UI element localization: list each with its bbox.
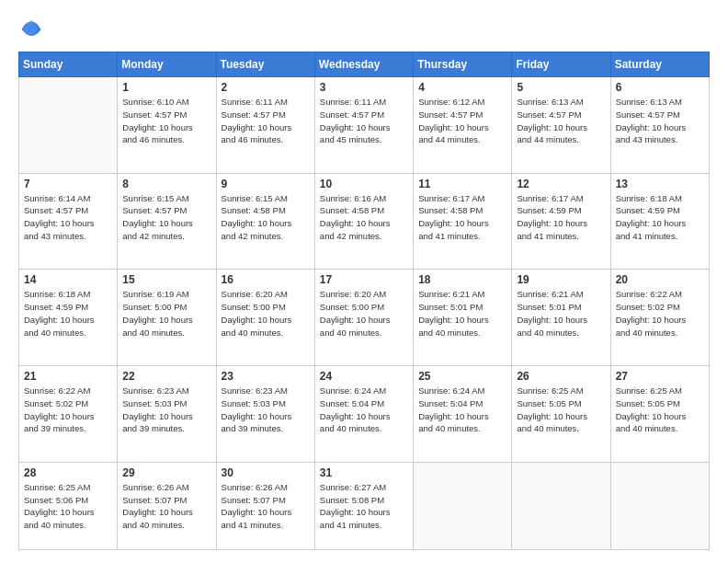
day-number: 29 [122,466,210,479]
day-number: 16 [222,273,310,286]
day-number: 15 [122,273,210,286]
day-number: 22 [122,370,210,383]
day-info: Sunrise: 6:11 AM Sunset: 4:57 PM Dayligh… [222,96,310,146]
day-info: Sunrise: 6:17 AM Sunset: 4:59 PM Dayligh… [517,192,605,243]
day-cell: 22Sunrise: 6:23 AM Sunset: 5:03 PM Dayli… [118,366,216,463]
day-cell: 11Sunrise: 6:17 AM Sunset: 4:58 PM Dayli… [414,173,512,270]
day-cell [512,462,610,549]
day-number: 12 [517,178,605,190]
day-number: 28 [24,466,112,479]
day-number: 4 [418,81,506,94]
day-number: 6 [616,81,704,94]
day-cell: 25Sunrise: 6:24 AM Sunset: 5:04 PM Dayli… [414,366,512,463]
day-cell [610,462,709,549]
day-info: Sunrise: 6:21 AM Sunset: 5:01 PM Dayligh… [517,288,605,339]
page: SundayMondayTuesdayWednesdayThursdayFrid… [0,0,728,563]
day-info: Sunrise: 6:25 AM Sunset: 5:06 PM Dayligh… [24,481,112,532]
day-number: 9 [222,178,310,190]
day-info: Sunrise: 6:14 AM Sunset: 4:57 PM Dayligh… [24,192,112,243]
day-info: Sunrise: 6:24 AM Sunset: 5:04 PM Dayligh… [320,385,408,435]
weekday-header-saturday: Saturday [610,52,709,77]
day-number: 11 [418,178,506,190]
week-row-1: 1Sunrise: 6:10 AM Sunset: 4:57 PM Daylig… [19,77,710,174]
day-info: Sunrise: 6:27 AM Sunset: 5:08 PM Dayligh… [320,481,408,532]
calendar-table: SundayMondayTuesdayWednesdayThursdayFrid… [18,52,710,550]
day-cell: 27Sunrise: 6:25 AM Sunset: 5:05 PM Dayli… [610,366,709,463]
day-cell: 23Sunrise: 6:23 AM Sunset: 5:03 PM Dayli… [216,366,314,463]
day-cell: 21Sunrise: 6:22 AM Sunset: 5:02 PM Dayli… [19,366,118,463]
day-number: 26 [517,370,605,383]
day-cell: 3Sunrise: 6:11 AM Sunset: 4:57 PM Daylig… [314,77,413,174]
day-cell: 9Sunrise: 6:15 AM Sunset: 4:58 PM Daylig… [216,173,314,270]
day-cell: 4Sunrise: 6:12 AM Sunset: 4:57 PM Daylig… [414,77,512,174]
day-number: 20 [616,273,704,286]
day-cell: 24Sunrise: 6:24 AM Sunset: 5:04 PM Dayli… [314,366,413,463]
day-number: 31 [320,466,408,479]
day-info: Sunrise: 6:13 AM Sunset: 4:57 PM Dayligh… [616,96,704,146]
day-number: 3 [320,81,408,94]
day-info: Sunrise: 6:20 AM Sunset: 5:00 PM Dayligh… [320,288,408,339]
day-number: 19 [517,273,605,286]
day-info: Sunrise: 6:22 AM Sunset: 5:02 PM Dayligh… [616,288,704,339]
day-info: Sunrise: 6:24 AM Sunset: 5:04 PM Dayligh… [418,385,506,435]
header [18,17,710,42]
day-info: Sunrise: 6:18 AM Sunset: 4:59 PM Dayligh… [616,192,704,243]
day-cell: 29Sunrise: 6:26 AM Sunset: 5:07 PM Dayli… [118,462,216,549]
day-number: 7 [24,178,112,190]
weekday-header-sunday: Sunday [19,52,118,77]
day-cell [414,462,512,549]
weekday-header-friday: Friday [512,52,610,77]
day-cell: 5Sunrise: 6:13 AM Sunset: 4:57 PM Daylig… [512,77,610,174]
day-cell: 7Sunrise: 6:14 AM Sunset: 4:57 PM Daylig… [19,173,118,270]
day-info: Sunrise: 6:25 AM Sunset: 5:05 PM Dayligh… [517,385,605,435]
day-info: Sunrise: 6:15 AM Sunset: 4:58 PM Dayligh… [222,192,310,243]
day-cell: 19Sunrise: 6:21 AM Sunset: 5:01 PM Dayli… [512,270,610,366]
day-cell: 18Sunrise: 6:21 AM Sunset: 5:01 PM Dayli… [414,270,512,366]
day-number: 8 [122,178,210,190]
weekday-header-tuesday: Tuesday [216,52,314,77]
day-number: 1 [122,81,210,94]
day-cell: 6Sunrise: 6:13 AM Sunset: 4:57 PM Daylig… [610,77,709,174]
day-cell: 10Sunrise: 6:16 AM Sunset: 4:58 PM Dayli… [314,173,413,270]
week-row-5: 28Sunrise: 6:25 AM Sunset: 5:06 PM Dayli… [19,462,710,549]
day-number: 2 [222,81,310,94]
day-cell [19,77,118,174]
weekday-header-wednesday: Wednesday [314,52,413,77]
weekday-header-thursday: Thursday [414,52,512,77]
day-cell: 31Sunrise: 6:27 AM Sunset: 5:08 PM Dayli… [314,462,413,549]
day-number: 17 [320,273,408,286]
day-info: Sunrise: 6:19 AM Sunset: 5:00 PM Dayligh… [122,288,210,339]
day-number: 21 [24,370,112,383]
day-cell: 13Sunrise: 6:18 AM Sunset: 4:59 PM Dayli… [610,173,709,270]
week-row-4: 21Sunrise: 6:22 AM Sunset: 5:02 PM Dayli… [19,366,710,463]
week-row-2: 7Sunrise: 6:14 AM Sunset: 4:57 PM Daylig… [19,173,710,270]
weekday-header-row: SundayMondayTuesdayWednesdayThursdayFrid… [19,52,710,77]
day-cell: 12Sunrise: 6:17 AM Sunset: 4:59 PM Dayli… [512,173,610,270]
day-cell: 28Sunrise: 6:25 AM Sunset: 5:06 PM Dayli… [19,462,118,549]
day-cell: 1Sunrise: 6:10 AM Sunset: 4:57 PM Daylig… [118,77,216,174]
week-row-3: 14Sunrise: 6:18 AM Sunset: 4:59 PM Dayli… [19,270,710,366]
day-info: Sunrise: 6:17 AM Sunset: 4:58 PM Dayligh… [418,192,506,243]
day-number: 13 [616,178,704,190]
day-info: Sunrise: 6:22 AM Sunset: 5:02 PM Dayligh… [24,385,112,435]
day-number: 24 [320,370,408,383]
day-cell: 15Sunrise: 6:19 AM Sunset: 5:00 PM Dayli… [118,270,216,366]
day-info: Sunrise: 6:23 AM Sunset: 5:03 PM Dayligh… [122,385,210,435]
day-number: 27 [616,370,704,383]
day-info: Sunrise: 6:23 AM Sunset: 5:03 PM Dayligh… [222,385,310,435]
day-number: 14 [24,273,112,286]
day-info: Sunrise: 6:20 AM Sunset: 5:00 PM Dayligh… [222,288,310,339]
day-cell: 14Sunrise: 6:18 AM Sunset: 4:59 PM Dayli… [19,270,118,366]
day-info: Sunrise: 6:26 AM Sunset: 5:07 PM Dayligh… [122,481,210,532]
day-cell: 2Sunrise: 6:11 AM Sunset: 4:57 PM Daylig… [216,77,314,174]
day-number: 5 [517,81,605,94]
day-cell: 8Sunrise: 6:15 AM Sunset: 4:57 PM Daylig… [118,173,216,270]
day-info: Sunrise: 6:10 AM Sunset: 4:57 PM Dayligh… [122,96,210,146]
day-info: Sunrise: 6:12 AM Sunset: 4:57 PM Dayligh… [418,96,506,146]
day-number: 30 [222,466,310,479]
day-info: Sunrise: 6:13 AM Sunset: 4:57 PM Dayligh… [517,96,605,146]
day-info: Sunrise: 6:21 AM Sunset: 5:01 PM Dayligh… [418,288,506,339]
calendar-body: 1Sunrise: 6:10 AM Sunset: 4:57 PM Daylig… [19,77,710,550]
logo [18,17,48,42]
logo-icon [18,17,44,42]
